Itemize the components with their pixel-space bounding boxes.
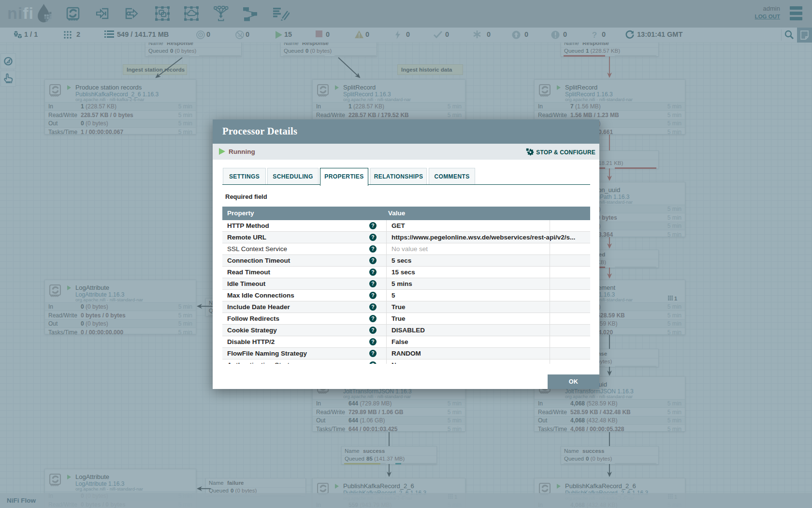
svg-text:?: ?	[371, 246, 374, 252]
svg-text:?: ?	[371, 223, 374, 228]
svg-text:?: ?	[371, 292, 374, 298]
svg-text:?: ?	[371, 304, 374, 310]
svg-text:?: ?	[371, 362, 374, 364]
svg-text:?: ?	[371, 350, 374, 356]
svg-text:?: ?	[371, 269, 374, 275]
svg-text:?: ?	[371, 257, 374, 263]
svg-text:?: ?	[371, 281, 374, 286]
svg-text:?: ?	[371, 339, 374, 344]
svg-text:?: ?	[371, 234, 374, 240]
svg-text:?: ?	[371, 315, 374, 321]
svg-text:?: ?	[371, 327, 374, 333]
